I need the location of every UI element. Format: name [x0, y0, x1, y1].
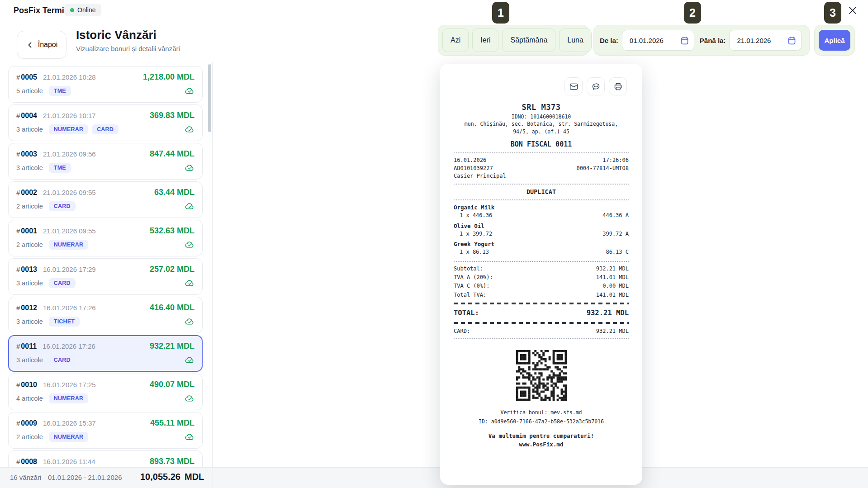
receipt-total-label: TVA C (0%):: [454, 282, 489, 290]
receipt-items: Organic Milk1 x 446.36446.36 AOlive Oil1…: [454, 204, 629, 256]
calendar-icon[interactable]: [680, 36, 689, 45]
sale-card-bottom: 3 articoleCARD: [16, 278, 194, 288]
sale-card-top: #001016.01.2026 17:25490.07 MDL: [16, 380, 194, 389]
receipt-date: 16.01.2026: [454, 156, 486, 164]
sale-card[interactable]: #000321.01.2026 09:56847.44 MDL3 articol…: [8, 143, 203, 180]
chat-bubble-icon: [591, 82, 601, 91]
receipt-item-line: 1 x 399.72399.72 A: [454, 230, 629, 238]
sms-receipt-button[interactable]: [587, 77, 605, 95]
sale-id: #0009: [16, 419, 37, 427]
sale-amount: 455.11 MDL: [150, 418, 194, 428]
receipt-total-label: Total TVA:: [454, 291, 486, 299]
sales-list: #000521.01.2026 10:281,218.00 MDL5 artic…: [0, 62, 213, 468]
sales-date-range: 01.01.2026 - 21.01.2026: [48, 474, 122, 481]
back-button[interactable]: Înapoi: [17, 31, 66, 59]
sale-number: 0002: [21, 189, 37, 196]
separator: [454, 338, 629, 339]
sale-items-count: 4 articole: [16, 395, 43, 402]
payment-tag-numerar: NUMERAR: [49, 432, 88, 442]
merchant-address: mun. Chișinău, sec. Botanica, str. Sarmi…: [457, 120, 626, 135]
sale-amount: 1,218.00 MDL: [143, 72, 194, 82]
hash-sign: #: [16, 150, 20, 158]
sale-card[interactable]: #000221.01.2026 09:5563.44 MDL2 articole…: [8, 181, 203, 218]
page-subtitle: Vizualizare bonuri și detalii vânzări: [76, 45, 180, 52]
sale-card[interactable]: #000816.01.2026 11:44893.73 MDL: [8, 450, 203, 468]
sale-card[interactable]: #000521.01.2026 10:281,218.00 MDL5 artic…: [8, 66, 203, 103]
page-title: Istoric Vânzări: [76, 28, 180, 42]
apply-group: Aplică: [814, 25, 855, 56]
sale-card[interactable]: #001216.01.2026 17:26416.40 MDL3 articol…: [8, 297, 203, 333]
sale-id: #0001: [16, 227, 37, 235]
sale-card[interactable]: #001316.01.2026 17:29257.02 MDL3 articol…: [8, 258, 203, 295]
receipt-id: ID: a0d9e560-7166-47a2-b58e-532a3c5b7016: [454, 418, 629, 426]
receipt-item-name: Greek Yogurt: [454, 240, 629, 248]
summary-bar: 16 vânzări 01.01.2026 - 21.01.2026 10,05…: [0, 467, 868, 488]
apply-button[interactable]: Aplică: [819, 30, 850, 51]
receipt-total-row: Subtotal:932.21 MDL: [454, 265, 629, 273]
sale-number: 0001: [21, 227, 37, 235]
sale-amount: 932.21 MDL: [150, 341, 194, 351]
sale-number: 0003: [21, 150, 37, 158]
sale-card-top: #001116.01.2026 17:26932.21 MDL: [16, 341, 194, 351]
sale-id: #0003: [16, 150, 37, 158]
receipt-total-row: Total TVA:141.01 MDL: [454, 291, 629, 299]
receipt-item-qty: 1 x 86.13: [454, 248, 489, 256]
sale-card[interactable]: #000421.01.2026 10:17369.83 MDL3 articol…: [8, 104, 203, 141]
total-label: TOTAL:: [454, 308, 479, 318]
receipt-total-value: 932.21 MDL: [596, 265, 629, 273]
sale-id: #0008: [16, 458, 37, 466]
payment-method-label: CARD:: [454, 327, 470, 335]
sale-card-bottom: 3 articoleNUMERARCARD: [16, 124, 194, 134]
sale-items-count: 3 articole: [16, 164, 43, 171]
sale-date: 16.01.2026 17:29: [43, 265, 96, 273]
date-to-label: Până la:: [700, 37, 726, 44]
separator: [454, 261, 629, 262]
payment-tag-tichet: TICHET: [49, 317, 80, 327]
sale-card[interactable]: #001116.01.2026 17:26932.21 MDL3 articol…: [8, 335, 203, 372]
sale-card[interactable]: #000916.01.2026 15:37455.11 MDL2 articol…: [8, 412, 203, 449]
close-icon[interactable]: [846, 4, 860, 17]
sale-date: 16.01.2026 15:37: [43, 419, 96, 427]
total-value: 932.21 MDL: [587, 308, 629, 318]
sale-amount: 416.40 MDL: [150, 303, 194, 313]
date-range-group: De la: Până la:: [593, 25, 810, 56]
receipt-total-value: 141.01 MDL: [596, 274, 629, 281]
sale-card-top: #000916.01.2026 15:37455.11 MDL: [16, 418, 194, 428]
payment-tag-tme: TME: [49, 86, 71, 96]
date-to-box: [729, 30, 802, 51]
quick-filter-azi[interactable]: Azi: [442, 28, 469, 52]
date-from-box: [622, 30, 694, 51]
hash-sign: #: [16, 381, 20, 389]
website-line: www.PosFix.md: [454, 441, 629, 449]
sale-amount: 532.63 MDL: [150, 226, 194, 236]
merchant-idno: IDNO: 1014600018610: [454, 113, 629, 121]
print-receipt-button[interactable]: [609, 77, 627, 95]
sale-number: 0005: [21, 73, 37, 81]
quick-filter-ieri[interactable]: Ieri: [472, 28, 498, 52]
receipt-total-row: TVA C (0%):0.00 MDL: [454, 282, 629, 290]
cloud-check-icon: [185, 163, 194, 173]
quick-filter-saptamana[interactable]: Săptămâna: [502, 28, 555, 52]
sale-card[interactable]: #000121.01.2026 09:55532.63 MDL2 articol…: [8, 220, 203, 256]
scrollbar-thumb[interactable]: [208, 64, 211, 132]
email-receipt-button[interactable]: [564, 77, 583, 95]
sale-amount: 257.02 MDL: [150, 265, 194, 274]
sale-date: 16.01.2026 17:26: [43, 304, 96, 312]
sale-card-bottom: 5 articoleTME: [16, 86, 194, 96]
sale-id: #0012: [16, 304, 37, 312]
sale-card-top: #000221.01.2026 09:5563.44 MDL: [16, 188, 194, 197]
sale-card-bottom: 2 articoleNUMERAR: [16, 240, 194, 250]
sale-card[interactable]: #001016.01.2026 17:25490.07 MDL4 articol…: [8, 374, 203, 410]
date-from-input[interactable]: [629, 36, 677, 45]
thanks-line: Va multumim pentru cumparaturi!: [454, 432, 629, 440]
sale-number: 0010: [21, 381, 37, 389]
quick-filter-luna[interactable]: Luna: [559, 28, 592, 52]
calendar-icon[interactable]: [787, 36, 797, 45]
date-to-input[interactable]: [736, 36, 784, 45]
status-label: Online: [77, 6, 95, 14]
cloud-check-icon: [185, 355, 194, 365]
sale-number: 0011: [21, 342, 37, 350]
cloud-check-icon: [185, 393, 194, 403]
cloud-check-icon: [185, 201, 194, 211]
receipt-item-qty: 1 x 399.72: [454, 230, 492, 238]
